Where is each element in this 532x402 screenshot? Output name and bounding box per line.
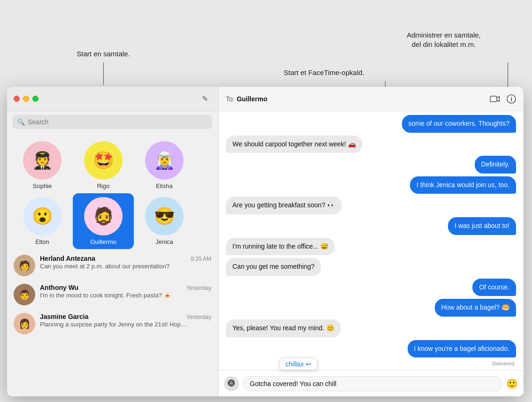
autocomplete-suggestion[interactable]: chillax ↩ [279, 358, 317, 370]
delivered-label: Delivered [226, 361, 514, 366]
annotation-line-administrer [508, 62, 508, 88]
conv-time-1: Yesterday [186, 285, 211, 291]
chat-panel: To: Guillermo [218, 87, 524, 396]
conversation-list: 🧑 Herland Antezana 9:35 AM Can you meet … [7, 249, 218, 396]
contact-name-elisha: Elisha [156, 182, 172, 190]
msg-row-8: Of course. [226, 279, 516, 296]
msg-row-7: Can you get me something? [226, 258, 516, 276]
messages-area: some of our coworkers. Thoughts?We shoul… [218, 111, 524, 370]
app-store-button[interactable]: 🅐 [224, 376, 239, 391]
pinned-contact-rigo[interactable]: 🤩 Rigo [73, 137, 134, 193]
info-icon[interactable] [507, 94, 516, 104]
msg-row-3: I think Jenica would join us, too. [226, 176, 516, 194]
emoji-button[interactable]: 🙂 [506, 378, 518, 389]
avatar-elton: 😮 [23, 197, 62, 235]
bubble-11: I know you're a bagel aficionado. [408, 340, 516, 358]
titlebar: ✎ [7, 87, 218, 111]
avatar-rigo: 🤩 [84, 141, 123, 180]
svg-rect-0 [490, 96, 497, 102]
chat-recipient-label: To: Guillermo [226, 95, 268, 103]
msg-row-0: some of our coworkers. Thoughts? [226, 115, 516, 133]
search-bar: 🔍 [13, 115, 212, 129]
conv-time-2: Yesterday [186, 314, 211, 320]
bubble-10: Yes, please! You read my mind. 😊 [226, 319, 341, 337]
msg-row-6: I'm running late to the office... 😅 [226, 238, 516, 256]
conv-avatar-0: 🧑 [14, 255, 35, 276]
conv-item-2[interactable]: 👩 Jasmine Garcia Yesterday Planning a su… [7, 309, 218, 338]
bubble-3: I think Jenica would join us, too. [410, 176, 516, 194]
fullscreen-button[interactable] [32, 96, 39, 102]
chat-header: To: Guillermo [218, 87, 524, 111]
conv-name-2: Jasmine Garcia [40, 313, 89, 320]
svg-point-3 [511, 97, 512, 98]
msg-row-9: How about a bagel? 🥯 [226, 299, 516, 317]
contact-name-rigo: Rigo [97, 182, 110, 190]
conv-name-0: Herland Antezana [40, 255, 95, 262]
contact-name-elton: Elton [35, 238, 49, 245]
msg-row-1: We should carpool together next week! 🚗 [226, 136, 516, 153]
conv-preview-2: Planning a surprise party for Jenny on t… [40, 321, 190, 328]
bubble-8: Of course. [472, 279, 516, 296]
avatar-elisha: 🧝‍♀️ [145, 141, 184, 180]
annotation-line-samtale [103, 62, 104, 85]
conv-avatar-2: 👩 [14, 313, 35, 334]
message-input[interactable] [243, 376, 502, 391]
recipient-name: Guillermo [237, 95, 267, 103]
conv-avatar-1: 👨 [14, 284, 35, 305]
avatar-guillermo: 🧔 [84, 197, 123, 235]
messages-window: ✎ 🔍 🧑‍✈️ Sophie 🤩 Rigo 🧝‍♀️ Elisha 😮 Elt… [7, 87, 524, 396]
bubble-6: I'm running late to the office... 😅 [226, 238, 335, 256]
avatar-sophie: 🧑‍✈️ [23, 141, 62, 180]
conv-body-1: Anthony Wu Yesterday I'm in the mood to … [40, 284, 211, 299]
avatar-jenica: 😎 [145, 197, 184, 235]
to-label: To: [226, 95, 235, 103]
bubble-0: some of our coworkers. Thoughts? [402, 115, 516, 133]
msg-row-4: Are you getting breakfast soon? 👀 [226, 197, 516, 214]
conv-preview-0: Can you meet at 2 p.m. about our present… [40, 263, 190, 270]
msg-row-10: Yes, please! You read my mind. 😊 [226, 319, 516, 337]
annotation-facetime: Start et FaceTime-opkald. [263, 68, 385, 77]
conv-item-0[interactable]: 🧑 Herland Antezana 9:35 AM Can you meet … [7, 251, 218, 280]
bubble-2: Definitely. [475, 156, 516, 174]
sidebar: ✎ 🔍 🧑‍✈️ Sophie 🤩 Rigo 🧝‍♀️ Elisha 😮 Elt… [7, 87, 218, 396]
bubble-5: I was just about to! [448, 217, 516, 235]
bubble-4: Are you getting breakfast soon? 👀 [226, 197, 342, 214]
search-icon: 🔍 [17, 119, 25, 126]
pinned-contact-elisha[interactable]: 🧝‍♀️ Elisha [134, 137, 195, 193]
conv-preview-1: I'm in the mood to cook tonight. Fresh p… [40, 292, 190, 299]
contact-name-sophie: Sophie [33, 182, 52, 190]
close-button[interactable] [14, 96, 20, 102]
pinned-contact-elton[interactable]: 😮 Elton [12, 193, 73, 249]
autocomplete-word: chillax ↩ [285, 360, 311, 368]
minimize-button[interactable] [23, 96, 29, 102]
conv-body-0: Herland Antezana 9:35 AM Can you meet at… [40, 255, 211, 270]
compose-button[interactable]: ✎ [198, 92, 211, 106]
conv-time-0: 9:35 AM [191, 256, 211, 262]
annotation-administrer: Administrer en samtale, del din lokalite… [376, 30, 512, 49]
conv-item-1[interactable]: 👨 Anthony Wu Yesterday I'm in the mood t… [7, 280, 218, 309]
facetime-video-icon[interactable] [490, 95, 500, 103]
msg-row-2: Definitely. [226, 156, 516, 174]
pinned-contacts: 🧑‍✈️ Sophie 🤩 Rigo 🧝‍♀️ Elisha 😮 Elton 🧔… [7, 133, 218, 249]
bubble-7: Can you get me something? [226, 258, 321, 276]
annotation-start-samtale: Start en samtale. [66, 49, 141, 59]
input-bar: 🅐 chillax ↩ 🙂 [218, 370, 524, 396]
msg-row-11: I know you're a bagel aficionado. [226, 340, 516, 358]
msg-row-5: I was just about to! [226, 217, 516, 235]
search-input[interactable] [28, 118, 208, 126]
bubble-9: How about a bagel? 🥯 [435, 299, 516, 317]
conv-body-2: Jasmine Garcia Yesterday Planning a surp… [40, 313, 211, 328]
pinned-contact-sophie[interactable]: 🧑‍✈️ Sophie [12, 137, 73, 193]
bubble-1: We should carpool together next week! 🚗 [226, 136, 362, 153]
conv-name-1: Anthony Wu [40, 284, 78, 291]
pinned-contact-guillermo[interactable]: 🧔 Guillermo [73, 193, 134, 249]
contact-name-jenica: Jenica [155, 238, 173, 245]
chat-header-icons [490, 94, 516, 104]
pinned-contact-jenica[interactable]: 😎 Jenica [134, 193, 195, 249]
contact-name-guillermo: Guillermo [90, 238, 116, 245]
traffic-lights [14, 96, 39, 102]
